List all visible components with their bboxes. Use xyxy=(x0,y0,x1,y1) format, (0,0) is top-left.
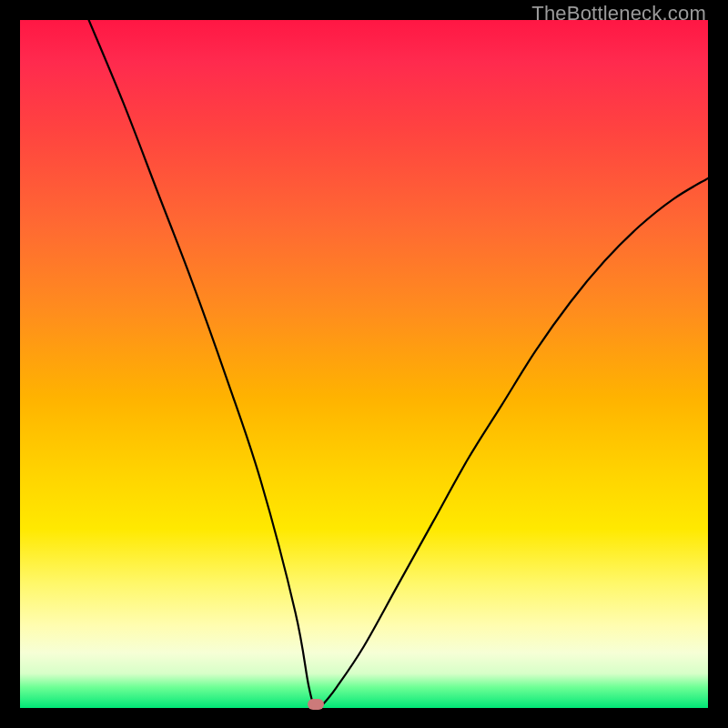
chart-frame: TheBottleneck.com xyxy=(0,0,728,728)
watermark-label: TheBottleneck.com xyxy=(531,2,706,25)
bottleneck-curve xyxy=(20,20,708,708)
plot-area xyxy=(20,20,708,708)
optimum-marker xyxy=(308,699,324,710)
